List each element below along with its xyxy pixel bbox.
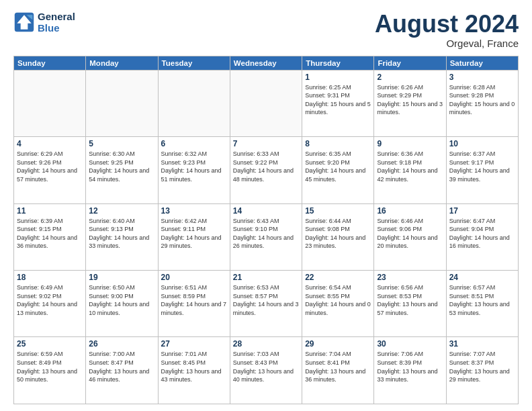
logo: General Blue (13, 11, 75, 34)
day-number: 22 (305, 273, 371, 282)
day-number: 23 (377, 273, 443, 282)
calendar-cell: 17Sunrise: 6:47 AM Sunset: 9:04 PM Dayli… (446, 203, 518, 270)
day-info: Sunrise: 7:04 AM Sunset: 8:41 PM Dayligh… (305, 350, 371, 383)
calendar-cell: 29Sunrise: 7:04 AM Sunset: 8:41 PM Dayli… (302, 337, 374, 404)
calendar-cell (158, 70, 230, 136)
day-info: Sunrise: 7:06 AM Sunset: 8:39 PM Dayligh… (377, 350, 443, 383)
calendar-cell: 23Sunrise: 6:56 AM Sunset: 8:53 PM Dayli… (374, 271, 446, 337)
calendar-cell: 30Sunrise: 7:06 AM Sunset: 8:39 PM Dayli… (374, 337, 446, 404)
weekday-header-row: SundayMondayTuesdayWednesdayThursdayFrid… (14, 56, 519, 70)
week-row-2: 4Sunrise: 6:29 AM Sunset: 9:26 PM Daylig… (14, 137, 519, 203)
calendar-cell: 26Sunrise: 7:00 AM Sunset: 8:47 PM Dayli… (86, 337, 158, 404)
calendar-cell: 1Sunrise: 6:25 AM Sunset: 9:31 PM Daylig… (302, 70, 374, 136)
day-number: 10 (449, 139, 515, 148)
calendar-cell: 16Sunrise: 6:46 AM Sunset: 9:06 PM Dayli… (374, 203, 446, 270)
day-number: 18 (17, 273, 83, 282)
day-info: Sunrise: 6:47 AM Sunset: 9:04 PM Dayligh… (449, 217, 515, 250)
weekday-header-tuesday: Tuesday (158, 56, 230, 70)
calendar-cell: 7Sunrise: 6:33 AM Sunset: 9:22 PM Daylig… (230, 137, 302, 203)
weekday-header-thursday: Thursday (302, 56, 374, 70)
day-info: Sunrise: 6:40 AM Sunset: 9:13 PM Dayligh… (89, 217, 154, 250)
title-area: August 2024 Orgeval, France (375, 11, 519, 49)
day-number: 5 (89, 139, 154, 148)
day-number: 8 (305, 139, 371, 148)
day-number: 30 (377, 339, 443, 349)
calendar-cell (230, 70, 302, 136)
calendar-cell: 13Sunrise: 6:42 AM Sunset: 9:11 PM Dayli… (158, 203, 230, 270)
day-number: 12 (89, 206, 154, 216)
weekday-header-saturday: Saturday (446, 56, 518, 70)
day-number: 20 (161, 273, 227, 282)
day-info: Sunrise: 6:59 AM Sunset: 8:49 PM Dayligh… (17, 350, 83, 383)
week-row-3: 11Sunrise: 6:39 AM Sunset: 9:15 PM Dayli… (14, 203, 519, 270)
day-info: Sunrise: 6:57 AM Sunset: 8:51 PM Dayligh… (449, 283, 515, 317)
calendar-cell: 12Sunrise: 6:40 AM Sunset: 9:13 PM Dayli… (86, 203, 158, 270)
day-info: Sunrise: 6:49 AM Sunset: 9:02 PM Dayligh… (17, 283, 83, 317)
day-number: 3 (449, 73, 515, 82)
calendar-cell: 15Sunrise: 6:44 AM Sunset: 9:08 PM Dayli… (302, 203, 374, 270)
calendar-cell: 4Sunrise: 6:29 AM Sunset: 9:26 PM Daylig… (14, 137, 86, 203)
day-number: 21 (233, 273, 299, 282)
day-info: Sunrise: 6:25 AM Sunset: 9:31 PM Dayligh… (305, 83, 371, 117)
day-number: 4 (17, 139, 83, 148)
weekday-header-friday: Friday (374, 56, 446, 70)
day-number: 15 (305, 206, 371, 216)
calendar-cell: 21Sunrise: 6:53 AM Sunset: 8:57 PM Dayli… (230, 271, 302, 337)
day-info: Sunrise: 6:51 AM Sunset: 8:59 PM Dayligh… (161, 283, 227, 317)
day-number: 28 (233, 339, 299, 349)
day-info: Sunrise: 6:39 AM Sunset: 9:15 PM Dayligh… (17, 217, 83, 250)
day-number: 25 (17, 339, 83, 349)
calendar-cell: 10Sunrise: 6:37 AM Sunset: 9:17 PM Dayli… (446, 137, 518, 203)
calendar-cell: 9Sunrise: 6:36 AM Sunset: 9:18 PM Daylig… (374, 137, 446, 203)
day-info: Sunrise: 6:28 AM Sunset: 9:28 PM Dayligh… (449, 83, 515, 117)
calendar-cell: 19Sunrise: 6:50 AM Sunset: 9:00 PM Dayli… (86, 271, 158, 337)
day-info: Sunrise: 6:50 AM Sunset: 9:00 PM Dayligh… (89, 283, 154, 317)
day-info: Sunrise: 6:26 AM Sunset: 9:29 PM Dayligh… (377, 83, 443, 117)
day-number: 26 (89, 339, 154, 349)
day-info: Sunrise: 6:43 AM Sunset: 9:10 PM Dayligh… (233, 217, 299, 250)
day-info: Sunrise: 6:44 AM Sunset: 9:08 PM Dayligh… (305, 217, 371, 250)
day-number: 7 (233, 139, 299, 148)
calendar-cell: 3Sunrise: 6:28 AM Sunset: 9:28 PM Daylig… (446, 70, 518, 136)
day-info: Sunrise: 6:35 AM Sunset: 9:20 PM Dayligh… (305, 150, 371, 183)
day-info: Sunrise: 6:29 AM Sunset: 9:26 PM Dayligh… (17, 150, 83, 183)
day-number: 24 (449, 273, 515, 282)
logo-text: General Blue (38, 11, 75, 34)
week-row-5: 25Sunrise: 6:59 AM Sunset: 8:49 PM Dayli… (14, 337, 519, 404)
calendar-cell: 11Sunrise: 6:39 AM Sunset: 9:15 PM Dayli… (14, 203, 86, 270)
weekday-header-sunday: Sunday (14, 56, 86, 70)
logo-icon (13, 11, 35, 33)
day-number: 17 (449, 206, 515, 216)
day-number: 14 (233, 206, 299, 216)
calendar-cell: 2Sunrise: 6:26 AM Sunset: 9:29 PM Daylig… (374, 70, 446, 136)
calendar-cell: 6Sunrise: 6:32 AM Sunset: 9:23 PM Daylig… (158, 137, 230, 203)
day-number: 11 (17, 206, 83, 216)
page: General Blue August 2024 Orgeval, France… (0, 0, 532, 411)
day-info: Sunrise: 6:33 AM Sunset: 9:22 PM Dayligh… (233, 150, 299, 183)
calendar-table: SundayMondayTuesdayWednesdayThursdayFrid… (13, 56, 519, 404)
weekday-header-wednesday: Wednesday (230, 56, 302, 70)
header: General Blue August 2024 Orgeval, France (13, 11, 519, 49)
day-number: 6 (161, 139, 227, 148)
day-number: 31 (449, 339, 515, 349)
calendar-cell: 25Sunrise: 6:59 AM Sunset: 8:49 PM Dayli… (14, 337, 86, 404)
calendar-cell: 24Sunrise: 6:57 AM Sunset: 8:51 PM Dayli… (446, 271, 518, 337)
calendar-cell: 22Sunrise: 6:54 AM Sunset: 8:55 PM Dayli… (302, 271, 374, 337)
day-info: Sunrise: 7:03 AM Sunset: 8:43 PM Dayligh… (233, 350, 299, 383)
calendar-cell: 20Sunrise: 6:51 AM Sunset: 8:59 PM Dayli… (158, 271, 230, 337)
day-number: 29 (305, 339, 371, 349)
calendar-cell (86, 70, 158, 136)
day-number: 1 (305, 73, 371, 82)
day-info: Sunrise: 6:46 AM Sunset: 9:06 PM Dayligh… (377, 217, 443, 250)
calendar-cell: 18Sunrise: 6:49 AM Sunset: 9:02 PM Dayli… (14, 271, 86, 337)
calendar-cell: 5Sunrise: 6:30 AM Sunset: 9:25 PM Daylig… (86, 137, 158, 203)
day-number: 27 (161, 339, 227, 349)
location-subtitle: Orgeval, France (375, 38, 519, 49)
day-number: 9 (377, 139, 443, 148)
calendar-cell: 28Sunrise: 7:03 AM Sunset: 8:43 PM Dayli… (230, 337, 302, 404)
day-info: Sunrise: 6:36 AM Sunset: 9:18 PM Dayligh… (377, 150, 443, 183)
day-info: Sunrise: 6:54 AM Sunset: 8:55 PM Dayligh… (305, 283, 371, 317)
day-info: Sunrise: 7:01 AM Sunset: 8:45 PM Dayligh… (161, 350, 227, 383)
day-info: Sunrise: 6:32 AM Sunset: 9:23 PM Dayligh… (161, 150, 227, 183)
calendar-cell: 27Sunrise: 7:01 AM Sunset: 8:45 PM Dayli… (158, 337, 230, 404)
